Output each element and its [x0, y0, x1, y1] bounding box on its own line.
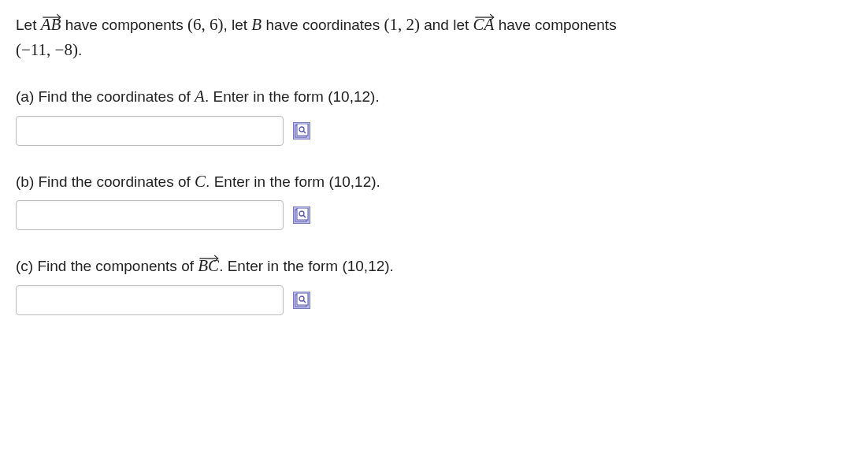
- question-a-var: A: [195, 87, 205, 106]
- intro-let-b: , let: [223, 17, 251, 33]
- preview-icon[interactable]: [293, 292, 310, 309]
- arrow-over-icon: [42, 5, 62, 13]
- b-variable: B: [251, 15, 262, 34]
- svg-rect-12: [297, 293, 308, 305]
- question-b: (b) Find the coordinates of C. Enter in …: [16, 169, 852, 231]
- question-a-label: (a) Find the coordinates of A. Enter in …: [16, 84, 852, 110]
- arrow-over-icon: [198, 246, 220, 254]
- intro-have-components: have components: [61, 17, 187, 33]
- question-b-answer-row: [16, 200, 852, 230]
- svg-rect-3: [297, 124, 308, 136]
- vector-ab: AB: [41, 13, 61, 38]
- question-b-label: (b) Find the coordinates of C. Enter in …: [16, 169, 852, 195]
- question-c: (c) Find the components of BC . Enter in…: [16, 254, 852, 315]
- question-c-prefix: (c) Find the components of: [16, 258, 198, 274]
- vector-bc-label: BC: [198, 256, 219, 275]
- ca-components-value: (−11, −8): [16, 40, 78, 59]
- ab-components-value: (6, 6): [187, 15, 224, 34]
- question-c-answer-row: [16, 285, 852, 315]
- intro-have-coords: have coordinates: [262, 17, 384, 33]
- question-c-suffix: . Enter in the form (10,12).: [219, 258, 394, 274]
- svg-rect-7: [297, 208, 308, 220]
- intro-period: .: [78, 42, 82, 58]
- vector-bc: BC: [198, 254, 219, 279]
- question-a-suffix: . Enter in the form (10,12).: [205, 88, 380, 105]
- vector-ca: CA: [473, 13, 495, 38]
- question-a-input[interactable]: [16, 116, 284, 146]
- question-b-input[interactable]: [16, 200, 284, 230]
- question-c-input[interactable]: [16, 285, 284, 315]
- preview-icon[interactable]: [293, 122, 310, 140]
- question-a-prefix: (a) Find the coordinates of: [16, 88, 195, 105]
- question-a: (a) Find the coordinates of A. Enter in …: [16, 84, 852, 146]
- preview-icon[interactable]: [293, 206, 310, 224]
- problem-intro: Let AB have components (6, 6), let B hav…: [16, 13, 852, 62]
- vector-ca-label: CA: [473, 15, 495, 34]
- question-a-answer-row: [16, 116, 852, 146]
- intro-have-components2: have components: [494, 17, 616, 33]
- question-b-var: C: [195, 172, 206, 191]
- vector-ab-label: AB: [41, 15, 61, 34]
- intro-and-let: and let: [420, 17, 473, 33]
- question-b-prefix: (b) Find the coordinates of: [16, 173, 195, 190]
- question-c-label: (c) Find the components of BC . Enter in…: [16, 254, 852, 279]
- arrow-over-icon: [474, 5, 495, 13]
- question-b-suffix: . Enter in the form (10,12).: [206, 173, 380, 190]
- b-coords-value: (1, 2): [384, 15, 420, 34]
- intro-let: Let: [16, 17, 41, 33]
